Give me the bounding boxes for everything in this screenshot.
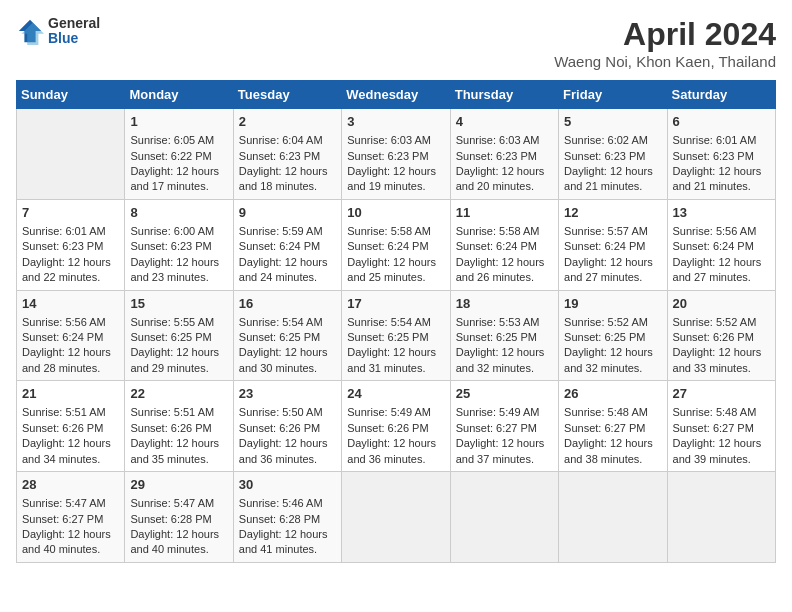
logo-blue: Blue bbox=[48, 31, 100, 46]
day-number: 18 bbox=[456, 295, 553, 313]
day-info: Sunrise: 5:51 AM bbox=[22, 405, 119, 420]
day-info: Daylight: 12 hours bbox=[22, 436, 119, 451]
day-info: Daylight: 12 hours bbox=[673, 164, 770, 179]
day-info: Daylight: 12 hours bbox=[347, 164, 444, 179]
day-info: Sunrise: 6:04 AM bbox=[239, 133, 336, 148]
day-info: and 36 minutes. bbox=[347, 452, 444, 467]
day-number: 7 bbox=[22, 204, 119, 222]
day-info: Sunset: 6:27 PM bbox=[564, 421, 661, 436]
header-row: SundayMondayTuesdayWednesdayThursdayFrid… bbox=[17, 81, 776, 109]
header-friday: Friday bbox=[559, 81, 667, 109]
calendar-cell: 29Sunrise: 5:47 AMSunset: 6:28 PMDayligh… bbox=[125, 472, 233, 563]
calendar-cell: 13Sunrise: 5:56 AMSunset: 6:24 PMDayligh… bbox=[667, 199, 775, 290]
day-number: 14 bbox=[22, 295, 119, 313]
subtitle: Waeng Noi, Khon Kaen, Thailand bbox=[554, 53, 776, 70]
day-info: Sunrise: 5:57 AM bbox=[564, 224, 661, 239]
day-info: Sunrise: 5:48 AM bbox=[673, 405, 770, 420]
calendar-cell: 18Sunrise: 5:53 AMSunset: 6:25 PMDayligh… bbox=[450, 290, 558, 381]
day-number: 21 bbox=[22, 385, 119, 403]
day-info: Sunset: 6:22 PM bbox=[130, 149, 227, 164]
day-info: and 27 minutes. bbox=[564, 270, 661, 285]
week-row-0: 1Sunrise: 6:05 AMSunset: 6:22 PMDaylight… bbox=[17, 109, 776, 200]
day-info: Sunset: 6:26 PM bbox=[673, 330, 770, 345]
calendar-cell: 6Sunrise: 6:01 AMSunset: 6:23 PMDaylight… bbox=[667, 109, 775, 200]
day-number: 15 bbox=[130, 295, 227, 313]
day-info: and 31 minutes. bbox=[347, 361, 444, 376]
day-info: and 22 minutes. bbox=[22, 270, 119, 285]
day-info: Sunset: 6:23 PM bbox=[673, 149, 770, 164]
day-info: Daylight: 12 hours bbox=[130, 527, 227, 542]
day-info: and 21 minutes. bbox=[673, 179, 770, 194]
day-info: Sunrise: 6:03 AM bbox=[347, 133, 444, 148]
day-info: Sunrise: 5:56 AM bbox=[673, 224, 770, 239]
header-thursday: Thursday bbox=[450, 81, 558, 109]
logo-text: General Blue bbox=[48, 16, 100, 47]
day-info: Sunrise: 5:46 AM bbox=[239, 496, 336, 511]
day-info: Sunset: 6:24 PM bbox=[347, 239, 444, 254]
page-header: General Blue April 2024 Waeng Noi, Khon … bbox=[16, 16, 776, 70]
day-info: Sunrise: 6:01 AM bbox=[673, 133, 770, 148]
day-info: and 38 minutes. bbox=[564, 452, 661, 467]
day-info: Daylight: 12 hours bbox=[239, 255, 336, 270]
day-info: Daylight: 12 hours bbox=[239, 436, 336, 451]
logo: General Blue bbox=[16, 16, 100, 47]
day-info: Daylight: 12 hours bbox=[564, 164, 661, 179]
day-info: and 33 minutes. bbox=[673, 361, 770, 376]
calendar-cell: 14Sunrise: 5:56 AMSunset: 6:24 PMDayligh… bbox=[17, 290, 125, 381]
logo-icon bbox=[16, 17, 44, 45]
day-info: and 20 minutes. bbox=[456, 179, 553, 194]
day-info: Daylight: 12 hours bbox=[239, 164, 336, 179]
day-info: and 32 minutes. bbox=[564, 361, 661, 376]
calendar-cell: 28Sunrise: 5:47 AMSunset: 6:27 PMDayligh… bbox=[17, 472, 125, 563]
calendar-cell: 1Sunrise: 6:05 AMSunset: 6:22 PMDaylight… bbox=[125, 109, 233, 200]
day-info: and 40 minutes. bbox=[130, 542, 227, 557]
day-info: Daylight: 12 hours bbox=[456, 164, 553, 179]
day-info: Daylight: 12 hours bbox=[239, 345, 336, 360]
calendar-cell: 9Sunrise: 5:59 AMSunset: 6:24 PMDaylight… bbox=[233, 199, 341, 290]
day-info: and 30 minutes. bbox=[239, 361, 336, 376]
day-info: Sunrise: 5:59 AM bbox=[239, 224, 336, 239]
day-info: Sunset: 6:28 PM bbox=[130, 512, 227, 527]
day-info: Sunset: 6:25 PM bbox=[347, 330, 444, 345]
day-info: Sunset: 6:26 PM bbox=[22, 421, 119, 436]
header-wednesday: Wednesday bbox=[342, 81, 450, 109]
calendar-cell bbox=[667, 472, 775, 563]
day-number: 5 bbox=[564, 113, 661, 131]
day-info: Daylight: 12 hours bbox=[22, 345, 119, 360]
calendar-table: SundayMondayTuesdayWednesdayThursdayFrid… bbox=[16, 80, 776, 563]
day-info: Sunrise: 5:49 AM bbox=[347, 405, 444, 420]
day-info: Sunrise: 5:47 AM bbox=[22, 496, 119, 511]
day-info: Daylight: 12 hours bbox=[130, 164, 227, 179]
day-info: Sunset: 6:23 PM bbox=[22, 239, 119, 254]
day-info: Sunrise: 5:56 AM bbox=[22, 315, 119, 330]
logo-general: General bbox=[48, 16, 100, 31]
day-info: Sunset: 6:23 PM bbox=[456, 149, 553, 164]
day-info: Sunset: 6:24 PM bbox=[456, 239, 553, 254]
calendar-cell: 16Sunrise: 5:54 AMSunset: 6:25 PMDayligh… bbox=[233, 290, 341, 381]
day-info: Sunset: 6:23 PM bbox=[239, 149, 336, 164]
day-info: Daylight: 12 hours bbox=[22, 527, 119, 542]
day-info: Sunset: 6:25 PM bbox=[456, 330, 553, 345]
day-number: 12 bbox=[564, 204, 661, 222]
day-info: Sunrise: 5:54 AM bbox=[239, 315, 336, 330]
day-info: and 28 minutes. bbox=[22, 361, 119, 376]
day-info: and 29 minutes. bbox=[130, 361, 227, 376]
day-info: and 21 minutes. bbox=[564, 179, 661, 194]
calendar-cell bbox=[559, 472, 667, 563]
week-row-3: 21Sunrise: 5:51 AMSunset: 6:26 PMDayligh… bbox=[17, 381, 776, 472]
day-info: Sunset: 6:27 PM bbox=[456, 421, 553, 436]
day-number: 17 bbox=[347, 295, 444, 313]
day-info: and 24 minutes. bbox=[239, 270, 336, 285]
day-number: 25 bbox=[456, 385, 553, 403]
week-row-2: 14Sunrise: 5:56 AMSunset: 6:24 PMDayligh… bbox=[17, 290, 776, 381]
calendar-cell: 23Sunrise: 5:50 AMSunset: 6:26 PMDayligh… bbox=[233, 381, 341, 472]
day-info: Daylight: 12 hours bbox=[347, 345, 444, 360]
calendar-cell: 3Sunrise: 6:03 AMSunset: 6:23 PMDaylight… bbox=[342, 109, 450, 200]
day-number: 26 bbox=[564, 385, 661, 403]
calendar-cell: 30Sunrise: 5:46 AMSunset: 6:28 PMDayligh… bbox=[233, 472, 341, 563]
day-info: Sunset: 6:26 PM bbox=[239, 421, 336, 436]
day-number: 11 bbox=[456, 204, 553, 222]
day-info: and 17 minutes. bbox=[130, 179, 227, 194]
header-monday: Monday bbox=[125, 81, 233, 109]
day-info: Sunset: 6:26 PM bbox=[130, 421, 227, 436]
